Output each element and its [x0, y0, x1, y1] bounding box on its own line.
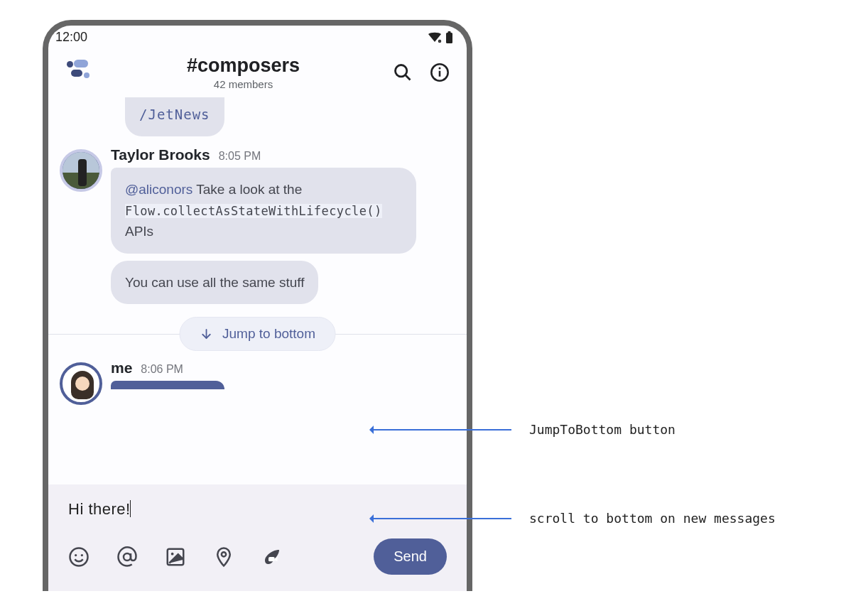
message-group-taylor: Taylor Brooks 8:05 PM @aliconors Take a … — [60, 146, 455, 304]
annotation-label: scroll to bottom on new messages — [529, 511, 776, 526]
battery-icon — [445, 31, 454, 44]
avatar-me[interactable] — [60, 362, 102, 405]
member-count: 42 members — [94, 78, 393, 90]
timestamp: 8:06 PM — [141, 363, 183, 376]
annotation-arrow — [373, 518, 511, 519]
mention[interactable]: @aliconors — [125, 182, 192, 197]
message-bubble[interactable]: @aliconors Take a look at the Flow.colle… — [111, 168, 416, 253]
svg-rect-17 — [268, 557, 275, 561]
text-caret — [130, 500, 131, 517]
jump-label: Jump to bottom — [222, 326, 315, 342]
compose-text-input[interactable]: Hi there! — [68, 500, 131, 518]
status-icons: ! — [428, 31, 454, 44]
send-button[interactable]: Send — [374, 538, 447, 575]
message-composer: Hi there! Send — [48, 484, 467, 591]
location-icon[interactable] — [213, 546, 234, 568]
channel-name[interactable]: #composers — [94, 55, 393, 77]
message-group-me: me 8:06 PM — [60, 359, 455, 405]
inline-code: Flow.collectAsStateWithLifecycle() — [125, 204, 382, 218]
author-name[interactable]: me — [111, 359, 132, 377]
jump-to-bottom-button[interactable]: Jump to bottom — [179, 317, 336, 351]
svg-point-10 — [70, 548, 88, 565]
phone-frame: 12:00 ! #composers 42 members /JetNews — [43, 20, 472, 591]
svg-point-16 — [222, 552, 226, 556]
svg-point-8 — [438, 67, 440, 69]
message-bubble-partial[interactable] — [111, 381, 224, 389]
svg-text:!: ! — [439, 40, 440, 43]
svg-point-12 — [81, 553, 83, 556]
wifi-alert-icon: ! — [428, 32, 442, 43]
svg-rect-3 — [448, 31, 451, 33]
emoji-icon[interactable] — [68, 546, 89, 568]
avatar-taylor[interactable] — [60, 149, 102, 192]
chat-scroll-area[interactable]: /JetNews Taylor Brooks 8:05 PM @aliconor… — [48, 97, 467, 497]
annotation-arrow — [373, 429, 511, 431]
image-icon[interactable] — [165, 546, 186, 568]
svg-point-13 — [124, 553, 131, 561]
annotation-label: JumpToBottom button — [529, 422, 676, 437]
author-name[interactable]: Taylor Brooks — [111, 146, 210, 163]
message-bubble[interactable]: You can use all the same stuff — [111, 261, 318, 304]
svg-point-4 — [396, 65, 407, 77]
arrow-down-icon — [200, 327, 212, 340]
timestamp: 8:05 PM — [219, 150, 261, 163]
svg-rect-2 — [446, 33, 452, 43]
info-icon[interactable] — [430, 63, 450, 82]
jump-to-bottom-row: Jump to bottom — [60, 317, 455, 352]
svg-point-11 — [75, 553, 77, 556]
mention-icon[interactable] — [116, 546, 138, 568]
message-text: Take a look at the — [192, 182, 302, 197]
app-header: #composers 42 members — [48, 45, 467, 97]
status-time: 12:00 — [55, 30, 87, 45]
svg-point-15 — [171, 552, 174, 555]
message-bubble-partial[interactable]: /JetNews — [125, 97, 224, 136]
svg-line-5 — [406, 75, 410, 80]
message-text: APIs — [125, 224, 153, 239]
message-text: You can use all the same stuff — [125, 275, 304, 290]
status-bar: 12:00 ! — [48, 26, 467, 45]
app-logo[interactable] — [65, 58, 94, 87]
search-icon[interactable] — [393, 63, 413, 82]
partial-link: /JetNews — [139, 107, 210, 122]
video-icon[interactable] — [261, 546, 283, 568]
